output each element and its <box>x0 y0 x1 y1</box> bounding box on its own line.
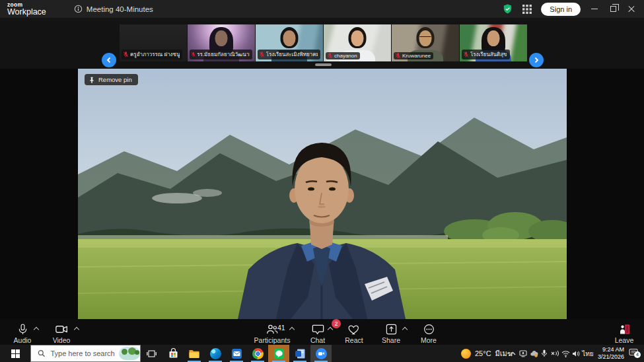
taskbar-app-file-explorer[interactable] <box>184 345 205 362</box>
start-button[interactable] <box>0 345 30 362</box>
tray-meet-now[interactable] <box>518 345 528 362</box>
mic-muted-icon <box>123 52 129 57</box>
taskbar-weather-widget[interactable]: 25°C มีเมฆ <box>461 345 513 362</box>
taskbar-clock[interactable]: 9:24 AM 3/21/2026 <box>592 346 624 361</box>
pinned-speaker-video[interactable]: Remove pin <box>78 69 567 319</box>
participants-film-strip: ครูอำภาวรรณ ฝางชนู รร.มัธยมกัลยาณิวัฒนาเ… <box>0 18 644 69</box>
sign-in-button[interactable]: Sign in <box>541 3 581 16</box>
taskbar-search-box[interactable] <box>30 345 141 362</box>
logo-zoom-text: zoom <box>7 2 46 8</box>
weather-icon <box>461 349 471 359</box>
meeting-title: Meeting 40-Minutes <box>87 5 153 13</box>
close-button[interactable] <box>627 5 636 14</box>
remove-pin-button[interactable]: Remove pin <box>85 74 138 85</box>
strip-scroll-right-button[interactable] <box>529 53 544 67</box>
participant-thumbnail[interactable]: chayanon <box>324 24 391 61</box>
action-center-button[interactable]: 4 <box>626 345 641 362</box>
microphone-icon <box>17 323 29 336</box>
chevron-left-icon <box>105 56 113 64</box>
taskbar-app-edge[interactable] <box>205 345 226 362</box>
word-icon <box>295 348 306 359</box>
chevron-right-icon <box>532 56 540 64</box>
search-highlight-image[interactable] <box>119 347 140 360</box>
task-view-button[interactable] <box>141 345 161 362</box>
participant-video-person <box>406 27 445 55</box>
share-label: Share <box>374 336 408 344</box>
taskbar-app-line[interactable] <box>268 345 289 362</box>
share-button[interactable]: Share <box>374 322 408 344</box>
taskbar-app-mail[interactable] <box>226 345 247 362</box>
minimize-icon <box>591 9 598 9</box>
security-shield-icon[interactable] <box>502 3 513 15</box>
participants-button[interactable]: 41 Participants <box>254 322 291 344</box>
participant-name: รร.มัธยมกัลยาณิวัฒนาเฉลิ... <box>197 50 250 59</box>
participant-thumbnail[interactable]: Kruwarunee <box>392 24 459 61</box>
participant-video-person <box>338 27 377 55</box>
tray-onedrive[interactable] <box>528 345 539 362</box>
speaker-icon <box>572 350 580 357</box>
windows-taskbar: 25°C มีเมฆ <box>0 345 644 362</box>
tray-speaker[interactable] <box>571 345 581 362</box>
logo-workplace-text: Workplace <box>7 8 46 17</box>
edge-icon <box>210 348 221 359</box>
leave-button[interactable]: Leave <box>607 322 641 344</box>
weather-temperature: 25°C <box>475 349 491 357</box>
clock-date: 3/21/2026 <box>592 353 624 361</box>
microsoft-store-icon <box>168 348 179 359</box>
restore-icon <box>610 6 616 12</box>
windows-logo-icon <box>11 349 20 358</box>
strip-collapse-handle[interactable] <box>315 63 332 66</box>
participant-name: โรงเรียนสันติสุข <box>470 50 507 59</box>
mic-muted-icon <box>259 52 265 57</box>
participant-thumbnail[interactable]: โรงเรียนสะเมิงพิทยาคม <box>256 24 323 61</box>
more-ellipsis-icon <box>423 323 435 336</box>
info-icon <box>74 5 83 13</box>
zoom-workplace-logo: zoom Workplace <box>7 2 46 17</box>
participants-count: 41 <box>277 324 285 332</box>
heart-icon <box>347 323 361 336</box>
react-label: React <box>337 336 371 344</box>
speaker-video-scene <box>78 69 567 319</box>
more-label: More <box>411 336 446 344</box>
camera-icon <box>55 323 69 336</box>
zoom-meeting-window: zoom Workplace Meeting 40-Minutes <box>0 0 644 362</box>
video-button[interactable]: Video <box>44 322 79 344</box>
chat-button[interactable]: 2 Chat <box>301 322 335 344</box>
more-button[interactable]: More <box>411 322 446 344</box>
taskbar-app-chrome[interactable] <box>247 345 268 362</box>
tray-cast-disconnected[interactable] <box>550 345 560 362</box>
leave-label: Leave <box>607 336 641 344</box>
tray-hidden-icons-chevron[interactable] <box>507 345 518 362</box>
mic-muted-icon <box>327 53 333 59</box>
participant-thumbnail[interactable]: รร.มัธยมกัลยาณิวัฒนาเฉลิ... <box>188 24 255 61</box>
participant-name: Kruwarunee <box>402 53 431 59</box>
onedrive-cloud-icon <box>530 350 538 357</box>
tray-wifi[interactable] <box>560 345 571 362</box>
share-screen-icon <box>385 323 398 336</box>
chrome-icon <box>252 348 264 359</box>
restore-button[interactable] <box>608 5 618 14</box>
participant-thumbnail[interactable]: ครูอำภาวรรณ ฝางชนู <box>120 24 187 61</box>
audio-button[interactable]: Audio <box>5 322 40 344</box>
meeting-info[interactable]: Meeting 40-Minutes <box>74 5 153 13</box>
tray-microphone[interactable] <box>539 345 550 362</box>
strip-scroll-left-button[interactable] <box>102 53 116 67</box>
taskbar-app-word[interactable] <box>289 345 310 362</box>
taskbar-app-store[interactable] <box>162 345 184 362</box>
taskbar-app-zoom[interactable] <box>310 345 332 362</box>
mail-icon <box>231 348 242 359</box>
task-view-icon <box>147 349 157 359</box>
tray-mic-icon <box>541 349 548 357</box>
mic-muted-icon <box>395 53 401 59</box>
title-bar: zoom Workplace Meeting 40-Minutes <box>0 0 644 18</box>
minimize-button[interactable] <box>590 5 599 14</box>
participant-thumbnail[interactable]: โรงเรียนสันติสุข <box>460 24 527 61</box>
participant-name: chayanon <box>334 53 357 59</box>
remove-pin-label: Remove pin <box>98 76 132 83</box>
apps-grid-icon[interactable] <box>522 5 532 14</box>
search-input[interactable] <box>50 349 119 357</box>
chat-label: Chat <box>301 336 335 344</box>
react-button[interactable]: React <box>337 322 371 344</box>
leave-meeting-icon <box>618 323 631 336</box>
mic-muted-icon <box>463 52 469 57</box>
